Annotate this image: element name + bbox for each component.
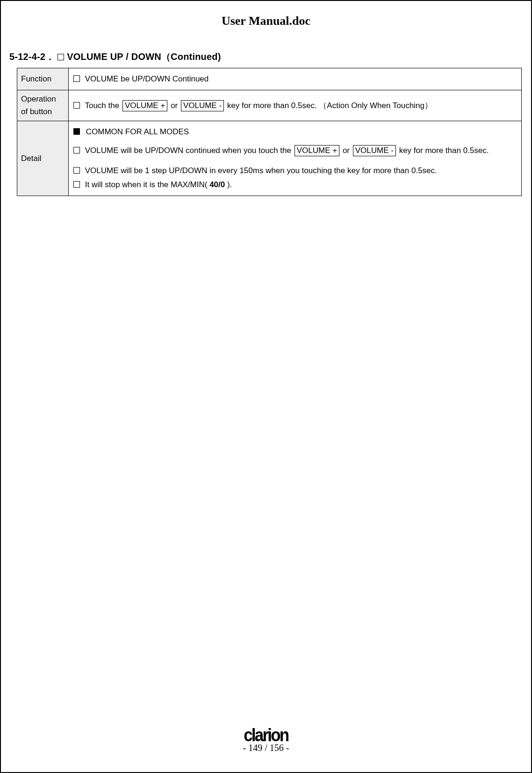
row-operation: Operation of button Touch the VOLUME + o… (17, 90, 522, 121)
square-outline-icon (73, 147, 80, 153)
square-solid-icon (73, 128, 80, 135)
detail-l3-pre: It will stop when it is the MAX/MIN( (85, 180, 209, 189)
op-mid: or (168, 101, 180, 110)
op-pre: Touch the (85, 101, 121, 110)
square-outline-icon (58, 54, 64, 60)
label-operation: Operation of button (17, 90, 69, 121)
detail-l1-pre: VOLUME will be UP/DOWN continued when yo… (85, 146, 294, 155)
square-outline-icon (73, 75, 80, 82)
spec-table: Function VOLUME be UP/DOWN Continued Ope… (17, 68, 522, 196)
detail-common: COMMON FOR ALL MODES (86, 127, 189, 136)
square-outline-icon (73, 102, 80, 109)
square-outline-icon (73, 181, 80, 188)
key-volume-minus: VOLUME - (353, 145, 396, 156)
cell-operation: Touch the VOLUME + or VOLUME - key for m… (69, 90, 522, 121)
doc-title: User Manual.doc (6, 14, 526, 28)
detail-l3-post: ). (225, 180, 232, 189)
detail-l3-bold: 40/0 (209, 180, 225, 189)
label-operation-l2: of button (21, 107, 52, 116)
label-function: Function (17, 68, 69, 90)
cell-function: VOLUME be UP/DOWN Continued (69, 68, 522, 90)
row-detail: Detail COMMON FOR ALL MODES VOLUME will … (17, 121, 522, 196)
brand-logo: clarion (244, 725, 288, 745)
detail-l2: VOLUME will be 1 step UP/DOWN in every 1… (85, 166, 437, 175)
op-post: key for more than 0.5sec. （Action Only W… (225, 101, 432, 110)
key-volume-plus: VOLUME + (122, 100, 167, 111)
detail-l1-post: key for more than 0.5sec. (397, 146, 489, 155)
section-heading: 5-12-4-2． VOLUME UP / DOWN（Continued) (9, 51, 526, 63)
cell-detail: COMMON FOR ALL MODES VOLUME will be UP/D… (69, 121, 522, 196)
document-page: User Manual.doc 5-12-4-2． VOLUME UP / DO… (0, 0, 532, 773)
square-outline-icon (73, 167, 80, 174)
key-volume-plus: VOLUME + (295, 145, 339, 156)
section-title: VOLUME UP / DOWN（Continued) (67, 51, 221, 62)
page-footer: clarion - 149 / 156 - (1, 725, 531, 753)
label-detail: Detail (17, 121, 69, 196)
row-function: Function VOLUME be UP/DOWN Continued (17, 68, 522, 90)
detail-l1-mid: or (340, 146, 352, 155)
label-operation-l1: Operation (21, 95, 56, 103)
key-volume-minus: VOLUME - (181, 100, 224, 111)
brand-text: clarion (244, 725, 288, 745)
function-text: VOLUME be UP/DOWN Continued (85, 74, 209, 83)
section-number: 5-12-4-2． (9, 51, 55, 62)
